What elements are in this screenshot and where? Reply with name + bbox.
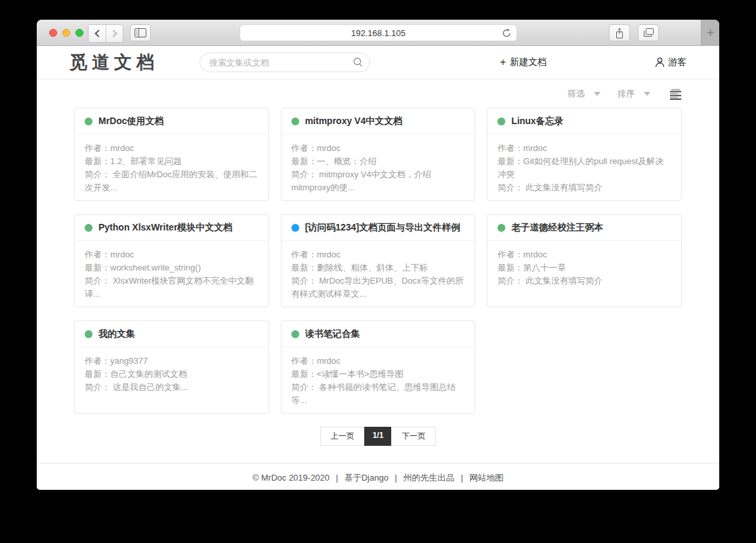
- new-document-button[interactable]: + 新建文档: [500, 56, 547, 68]
- chevron-down-icon: [644, 92, 650, 96]
- minimize-window-icon[interactable]: [62, 29, 70, 37]
- back-button[interactable]: [89, 25, 106, 42]
- intro-row: 简介： 此文集没有填写简介: [497, 274, 671, 288]
- public-status-dot-icon: [497, 224, 505, 232]
- current-page-indicator: 1/1: [364, 427, 392, 446]
- card-header: 读书笔记合集: [282, 321, 475, 347]
- intro-row: 简介： XlsxWriter模块官网文档不完全中文翻译...: [85, 274, 259, 301]
- collection-card[interactable]: 老子道德经校注王弼本 作者：mrdoc 最新：第八十一章 简介： 此文集没有填写…: [487, 214, 682, 307]
- card-header: [访问码1234]文档页面与导出文件样例: [282, 215, 475, 241]
- footer-link-author[interactable]: 州的先生出品: [404, 473, 455, 483]
- sort-dropdown[interactable]: 排序: [618, 88, 650, 100]
- public-status-dot-icon: [497, 118, 505, 125]
- author-row: 作者：mrdoc: [497, 248, 671, 261]
- reload-button[interactable]: [502, 28, 511, 38]
- author-row: 作者：mrdoc: [85, 142, 259, 155]
- card-header: MrDoc使用文档: [75, 108, 268, 135]
- latest-row: 最新：一、概览：介绍: [291, 155, 465, 168]
- latest-row: 最新：自己文集的测试文档: [85, 368, 259, 381]
- list-icon: [670, 89, 682, 100]
- reload-icon: [502, 28, 511, 38]
- search-icon[interactable]: [353, 57, 363, 68]
- intro-row: 简介： MrDoc导出为EPUB、Docx等文件的所有样式测试样章文...: [291, 274, 465, 301]
- next-page-button[interactable]: 下一页: [391, 427, 436, 446]
- site-header: 觅道文档 + 新建文档: [37, 46, 719, 79]
- public-status-dot-icon: [85, 224, 93, 232]
- plus-icon: +: [500, 57, 506, 68]
- collection-title[interactable]: 我的文集: [98, 328, 135, 340]
- public-status-dot-icon: [291, 118, 299, 125]
- footer-separator: |: [336, 473, 338, 483]
- latest-row: 最新：1.2、部署常见问题: [85, 155, 259, 168]
- latest-row: 最新：删除线、粗体、斜体、上下标: [291, 261, 465, 274]
- browser-toolbar: 192.168.1.105: [37, 20, 719, 46]
- collection-card[interactable]: Python XlsxWriter模块中文文档 作者：mrdoc 最新：work…: [74, 214, 269, 307]
- filter-dropdown[interactable]: 筛选: [568, 88, 600, 100]
- new-document-label: 新建文档: [510, 56, 547, 68]
- close-window-icon[interactable]: [49, 29, 57, 37]
- card-body: 作者：mrdoc 最新：worksheet.write_string() 简介：…: [75, 241, 268, 307]
- public-status-dot-icon: [85, 118, 93, 125]
- pagination: 上一页 1/1 下一页: [37, 427, 719, 446]
- user-menu[interactable]: 游客: [655, 56, 686, 68]
- access-code-status-dot-icon: [291, 224, 299, 232]
- zoom-window-icon[interactable]: [75, 29, 83, 37]
- sidebar-icon: [135, 28, 146, 37]
- intro-row: 简介： mitmproxy V4中文文档，介绍mitmproxy的使...: [291, 168, 465, 194]
- card-body: 作者：mrdoc 最新：删除线、粗体、斜体、上下标 简介： MrDoc导出为EP…: [282, 241, 475, 307]
- card-header: 我的文集: [75, 321, 268, 347]
- collection-title[interactable]: MrDoc使用文档: [98, 116, 164, 127]
- footer-link-django[interactable]: 基于Django: [345, 473, 388, 483]
- collection-title[interactable]: Linux备忘录: [511, 116, 563, 127]
- share-button[interactable]: [609, 24, 630, 41]
- collection-title[interactable]: 读书笔记合集: [305, 328, 360, 340]
- collection-card[interactable]: 读书笔记合集 作者：mrdoc 最新：<读懂一本书>思维导图 简介： 各种书籍的…: [281, 320, 476, 414]
- search-input[interactable]: [200, 53, 370, 72]
- site-logo[interactable]: 觅道文档: [70, 51, 159, 74]
- collection-grid: MrDoc使用文档 作者：mrdoc 最新：1.2、部署常见问题 简介： 全面介…: [74, 108, 682, 414]
- author-row: 作者：mrdoc: [497, 142, 671, 155]
- collection-title[interactable]: Python XlsxWriter模块中文文档: [98, 222, 232, 234]
- card-header: 老子道德经校注王弼本: [488, 215, 681, 241]
- collection-card[interactable]: mitmproxy V4中文文档 作者：mrdoc 最新：一、概览：介绍 简介：…: [281, 108, 476, 201]
- list-view-toggle[interactable]: [670, 89, 682, 100]
- filter-label: 筛选: [568, 88, 585, 100]
- chevron-left-icon: [94, 30, 102, 37]
- tabs-icon: [643, 28, 654, 37]
- collection-title[interactable]: mitmproxy V4中文文档: [305, 116, 403, 127]
- prev-page-button[interactable]: 上一页: [320, 427, 365, 446]
- card-header: Python XlsxWriter模块中文文档: [75, 215, 268, 241]
- card-body: 作者：mrdoc 最新：第八十一章 简介： 此文集没有填写简介: [488, 241, 681, 295]
- show-tabs-button[interactable]: [638, 24, 659, 41]
- new-tab-button[interactable]: +: [701, 20, 719, 46]
- latest-row: 最新：<读懂一本书>思维导图: [291, 368, 465, 381]
- footer-link-sitemap[interactable]: 网站地图: [469, 473, 503, 483]
- search-box: [200, 53, 370, 72]
- card-header: Linux备忘录: [488, 108, 681, 135]
- footer-separator: |: [395, 473, 397, 483]
- collection-card[interactable]: 我的文集 作者：yang9377 最新：自己文集的测试文档 简介： 这是我自己的…: [74, 320, 269, 414]
- collection-title[interactable]: [访问码1234]文档页面与导出文件样例: [305, 222, 460, 234]
- share-icon: [615, 28, 624, 39]
- card-body: 作者：mrdoc 最新：一、概览：介绍 简介： mitmproxy V4中文文档…: [282, 135, 475, 201]
- collection-card[interactable]: [访问码1234]文档页面与导出文件样例 作者：mrdoc 最新：删除线、粗体、…: [281, 214, 476, 307]
- author-row: 作者：yang9377: [85, 355, 259, 368]
- forward-button[interactable]: [106, 25, 123, 42]
- address-bar[interactable]: 192.168.1.105: [240, 24, 517, 41]
- collection-card[interactable]: Linux备忘录 作者：mrdoc 最新：Git如何处理别人的pull requ…: [487, 108, 682, 201]
- intro-row: 简介： 这是我自己的文集...: [85, 381, 259, 394]
- desktop-background: 192.168.1.105: [0, 0, 756, 543]
- card-body: 作者：mrdoc 最新：<读懂一本书>思维导图 简介： 各种书籍的读书笔记、思维…: [282, 347, 475, 414]
- card-body: 作者：yang9377 最新：自己文集的测试文档 简介： 这是我自己的文集...: [75, 347, 268, 401]
- card-header: mitmproxy V4中文文档: [282, 108, 475, 135]
- collection-title[interactable]: 老子道德经校注王弼本: [511, 222, 603, 234]
- site-footer: © MrDoc 2019-2020 | 基于Django | 州的先生出品 | …: [37, 463, 719, 490]
- sidebar-toggle-button[interactable]: [130, 24, 151, 41]
- author-row: 作者：mrdoc: [291, 142, 465, 155]
- browser-window: 192.168.1.105: [37, 20, 719, 490]
- intro-row: 简介： 此文集没有填写简介: [497, 181, 671, 194]
- footer-separator: |: [461, 473, 463, 483]
- author-row: 作者：mrdoc: [85, 248, 259, 261]
- collection-card[interactable]: MrDoc使用文档 作者：mrdoc 最新：1.2、部署常见问题 简介： 全面介…: [74, 108, 269, 201]
- sort-label: 排序: [618, 88, 635, 100]
